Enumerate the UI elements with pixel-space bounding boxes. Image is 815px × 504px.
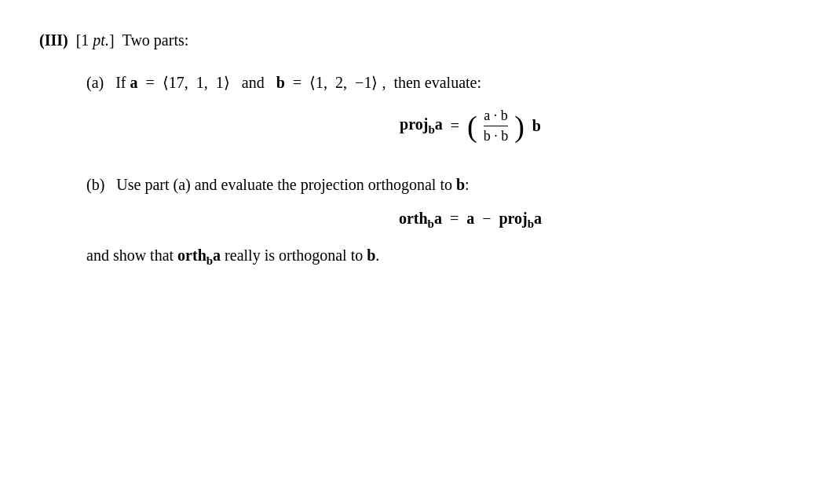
and-show-b: b xyxy=(367,247,375,264)
part-b-bold-b: b xyxy=(456,176,465,193)
and-show-sub-b: b xyxy=(206,254,213,267)
and-text: and xyxy=(242,74,265,91)
problem-points: [1 pt.] xyxy=(76,31,115,49)
left-paren: ( xyxy=(467,111,477,141)
vector-a-label: a xyxy=(130,74,138,91)
problem-header: (III) [1 pt.] Two parts: xyxy=(39,31,776,49)
proj-label: projba xyxy=(400,115,443,137)
orth-label: orthba xyxy=(399,210,442,231)
denominator: b · b xyxy=(484,126,509,144)
problem-description: Two parts: xyxy=(122,31,189,49)
and-show-orth: orthba xyxy=(177,247,221,264)
projection-formula: projba = ( a · b b · b ) b xyxy=(400,108,541,144)
part-a-container: (a) If a = ⟨17, 1, 1⟩ and b = ⟨1, 2, −1⟩… xyxy=(86,73,776,268)
orth-rhs-sub-b: b xyxy=(528,217,534,230)
orth-equals: = xyxy=(450,210,459,228)
part-a-label: (a) xyxy=(86,74,104,91)
vector-b-label: b xyxy=(276,74,285,91)
proj-sub-b: b xyxy=(428,123,434,136)
numerator: a · b xyxy=(484,108,508,126)
orth-minus: − xyxy=(482,210,491,228)
result-b: b xyxy=(532,117,541,135)
projection-formula-block: projba = ( a · b b · b ) b xyxy=(165,108,776,144)
part-a: (a) If a = ⟨17, 1, 1⟩ and b = ⟨1, 2, −1⟩… xyxy=(86,73,776,144)
fraction: a · b b · b xyxy=(484,108,509,144)
and-show-text: and show that orthba really is orthogona… xyxy=(86,247,776,268)
right-paren: ) xyxy=(514,111,524,141)
fraction-wrapper: ( a · b b · b ) xyxy=(467,108,524,144)
equals-sign: = xyxy=(451,117,459,135)
part-b-text: (b) Use part (a) and evaluate the projec… xyxy=(86,176,776,194)
orth-rhs-a: a xyxy=(466,210,474,228)
orth-rhs-proj: projba xyxy=(499,210,542,231)
orth-sub-b: b xyxy=(428,217,434,230)
part-b-label: (b) xyxy=(86,176,104,193)
problem-number: (III) xyxy=(39,31,68,49)
orth-formula-block: orthba = a − projba xyxy=(165,210,776,231)
part-a-text: (a) If a = ⟨17, 1, 1⟩ and b = ⟨1, 2, −1⟩… xyxy=(86,73,776,92)
part-b: (b) Use part (a) and evaluate the projec… xyxy=(86,176,776,268)
